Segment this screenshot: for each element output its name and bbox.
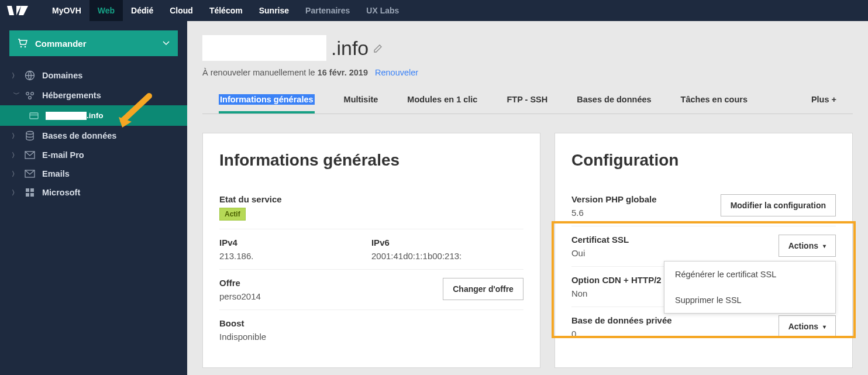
chevron-down-icon: ▾ [823,243,826,249]
nav-sunrise[interactable]: Sunrise [251,0,297,21]
redacted-title [202,35,326,61]
field-value-dbpriv: 0 [571,329,672,339]
svg-point-0 [20,46,22,48]
server-icon [23,90,36,101]
dbpriv-actions-button[interactable]: Actions ▾ [779,315,836,338]
sidebar-item-emailpro[interactable]: 〉 E-mail Pro [9,146,178,164]
field-php: Version PHP globale 5.6 Modifier la conf… [571,186,836,226]
menu-regenerate-ssl[interactable]: Régénérer le certificat SSL [664,262,835,287]
chevron-down-icon: 〉 [12,91,20,99]
tab-general-info[interactable]: Informations générales [219,88,315,113]
nav-partenaires[interactable]: Partenaires [297,0,358,21]
chevron-down-icon: ▾ [823,324,826,330]
order-label: Commander [35,39,87,49]
field-ssl: Certificat SSL Oui Actions ▾ [571,226,836,266]
field-label-ipv6: IPv6 [371,238,523,247]
field-ips: IPv4 213.186. IPv6 2001:41d0:1:1b00:213: [219,229,523,269]
cart-icon [18,39,28,48]
nav-myovh[interactable]: MyOVH [44,0,89,21]
database-icon [23,130,36,141]
panel-general-info: Informations générales Etat du service A… [202,133,540,368]
status-badge-active: Actif [219,208,246,221]
page-title: .info [202,35,853,61]
chevron-right-icon: 〉 [12,170,20,178]
sidebar-label: Emails [42,169,70,178]
sidebar-subitem-domain[interactable]: .info [0,105,187,126]
nav-web[interactable]: Web [89,0,123,21]
redacted-domain [46,112,87,120]
card-icon [29,112,39,119]
svg-point-5 [29,97,32,99]
modify-config-button[interactable]: Modifier la configuration [721,194,836,216]
ssl-actions-button[interactable]: Actions ▾ [779,235,836,257]
tab-ftpssh[interactable]: FTP - SSH [507,88,547,113]
field-label-offer: Offre [219,278,261,288]
renew-line: À renouveler manuellement le 16 févr. 20… [202,68,853,77]
top-nav: MyOVH Web Dédié Cloud Télécom Sunrise Pa… [0,0,868,21]
field-value-ipv4: 213.186. [219,251,371,261]
field-label-boost: Boost [219,318,523,328]
chevron-right-icon: 〉 [12,132,20,140]
content-area: .info À renouveler manuellement le 16 fé… [187,21,868,375]
sidebar-label: Bases de données [42,131,116,140]
panel-heading: Configuration [571,151,836,170]
panel-configuration: Configuration Version PHP globale 5.6 Mo… [554,133,853,368]
sidebar-label: Microsoft [42,188,80,197]
field-value-ipv6: 2001:41d0:1:1b00:213: [371,251,523,261]
nav-telecom[interactable]: Télécom [201,0,251,21]
field-service-state: Etat du service Actif [219,186,523,229]
tab-more[interactable]: Plus + [811,88,836,113]
order-button[interactable]: Commander [9,30,178,56]
tab-tasks[interactable]: Tâches en cours [681,88,748,113]
svg-rect-11 [26,188,29,192]
field-value-offer: perso2014 [219,291,261,301]
chevron-right-icon: 〉 [12,71,20,80]
nav-cloud[interactable]: Cloud [161,0,201,21]
tab-databases[interactable]: Bases de données [577,88,651,113]
title-suffix: .info [331,37,368,60]
renew-link[interactable]: Renouveler [375,68,418,77]
field-offer: Offre perso2014 Changer d'offre [219,269,523,309]
subitem-suffix: .info [87,111,104,120]
chevron-down-icon [163,41,170,46]
chevron-right-icon: 〉 [12,188,20,197]
tab-modules[interactable]: Modules en 1 clic [407,88,477,113]
mail-icon [23,151,36,159]
ovh-logo[interactable] [6,2,35,19]
sidebar-item-databases[interactable]: 〉 Bases de données [9,126,178,146]
svg-point-3 [26,92,29,95]
field-boost: Boost Indisponible [219,309,523,350]
field-label-ssl: Certificat SSL [571,235,629,245]
field-label: Etat du service [219,194,523,204]
svg-rect-12 [30,188,34,192]
renew-date: 16 févr. 2019 [318,68,368,77]
tabs: Informations générales Multisite Modules… [202,88,853,114]
sidebar-label: E-mail Pro [42,150,84,160]
panel-heading: Informations générales [219,151,523,170]
tab-multisite[interactable]: Multisite [344,88,378,113]
edit-icon[interactable] [373,43,384,53]
menu-delete-ssl[interactable]: Supprimer le SSL [664,287,835,313]
svg-point-8 [26,132,33,135]
field-value-php: 5.6 [571,208,657,218]
sidebar-nav: 〉 Domaines 〉 Hébergements .info 〉 Bases … [9,66,178,202]
sidebar-item-domaines[interactable]: 〉 Domaines [9,66,178,85]
field-value-ssl: Oui [571,248,629,258]
renew-prefix: À renouveler manuellement le [202,68,318,77]
nav-dedie[interactable]: Dédié [123,0,161,21]
sidebar: Commander 〉 Domaines 〉 Hébergements .inf… [0,21,187,375]
svg-point-1 [25,46,26,48]
change-offer-button[interactable]: Changer d'offre [443,278,523,300]
sidebar-label: Domaines [42,71,82,80]
svg-rect-14 [30,193,34,197]
svg-rect-13 [26,193,29,197]
sidebar-item-microsoft[interactable]: 〉 Microsoft [9,183,178,202]
windows-icon [23,188,36,197]
chevron-right-icon: 〉 [12,151,20,160]
field-label-php: Version PHP globale [571,194,657,204]
nav-uxlabs[interactable]: UX Labs [358,0,407,21]
sidebar-item-hebergements[interactable]: 〉 Hébergements [9,85,178,105]
sidebar-item-emails[interactable]: 〉 Emails [9,164,178,183]
field-label-ipv4: IPv4 [219,238,371,247]
svg-point-4 [31,92,34,95]
